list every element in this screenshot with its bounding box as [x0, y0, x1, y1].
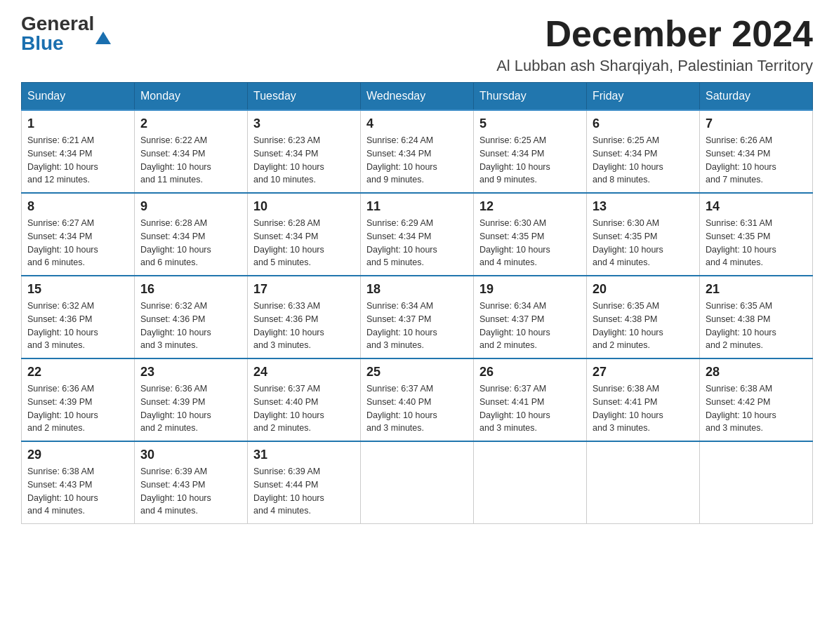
day-number: 18	[366, 282, 468, 297]
day-number: 19	[479, 282, 581, 297]
day-info: Sunrise: 6:31 AMSunset: 4:35 PMDaylight:…	[706, 217, 807, 269]
header-sunday: Sunday	[22, 83, 135, 111]
day-number: 2	[140, 116, 241, 131]
day-number: 16	[140, 282, 241, 297]
calendar-cell: 22Sunrise: 6:36 AMSunset: 4:39 PMDayligh…	[22, 358, 135, 441]
svg-marker-0	[95, 32, 111, 44]
day-info: Sunrise: 6:29 AMSunset: 4:34 PMDaylight:…	[366, 217, 468, 269]
calendar-cell: 4Sunrise: 6:24 AMSunset: 4:34 PMDaylight…	[361, 110, 474, 193]
calendar-cell: 30Sunrise: 6:39 AMSunset: 4:43 PMDayligh…	[135, 441, 248, 524]
day-info: Sunrise: 6:34 AMSunset: 4:37 PMDaylight:…	[366, 300, 468, 352]
calendar-cell: 7Sunrise: 6:26 AMSunset: 4:34 PMDaylight…	[700, 110, 813, 193]
day-info: Sunrise: 6:30 AMSunset: 4:35 PMDaylight:…	[479, 217, 581, 269]
calendar-cell: 14Sunrise: 6:31 AMSunset: 4:35 PMDayligh…	[700, 193, 813, 276]
day-info: Sunrise: 6:22 AMSunset: 4:34 PMDaylight:…	[140, 134, 241, 187]
logo-general-text: General	[21, 13, 94, 34]
day-number: 13	[593, 199, 694, 214]
month-title: December 2024	[496, 14, 813, 54]
day-number: 8	[27, 199, 128, 214]
calendar-cell: 24Sunrise: 6:37 AMSunset: 4:40 PMDayligh…	[248, 358, 361, 441]
day-info: Sunrise: 6:28 AMSunset: 4:34 PMDaylight:…	[140, 217, 241, 269]
day-number: 21	[706, 282, 807, 297]
day-info: Sunrise: 6:21 AMSunset: 4:34 PMDaylight:…	[27, 134, 128, 187]
day-number: 29	[27, 448, 128, 462]
day-number: 10	[253, 199, 355, 214]
calendar-cell: 29Sunrise: 6:38 AMSunset: 4:43 PMDayligh…	[22, 441, 135, 524]
header-friday: Friday	[587, 83, 700, 111]
calendar-table: SundayMondayTuesdayWednesdayThursdayFrid…	[21, 82, 813, 524]
day-number: 7	[706, 116, 807, 131]
day-number: 5	[479, 116, 581, 131]
day-info: Sunrise: 6:32 AMSunset: 4:36 PMDaylight:…	[140, 300, 241, 352]
calendar-cell: 25Sunrise: 6:37 AMSunset: 4:40 PMDayligh…	[361, 358, 474, 441]
day-number: 25	[366, 365, 468, 380]
day-number: 6	[593, 116, 694, 131]
day-number: 23	[140, 365, 241, 380]
header-monday: Monday	[135, 83, 248, 111]
day-number: 17	[253, 282, 355, 297]
calendar-week-row: 22Sunrise: 6:36 AMSunset: 4:39 PMDayligh…	[22, 358, 813, 441]
header-thursday: Thursday	[474, 83, 587, 111]
calendar-cell	[361, 441, 474, 524]
calendar-cell: 27Sunrise: 6:38 AMSunset: 4:41 PMDayligh…	[587, 358, 700, 441]
day-number: 31	[253, 448, 355, 462]
header-tuesday: Tuesday	[248, 83, 361, 111]
day-info: Sunrise: 6:38 AMSunset: 4:43 PMDaylight:…	[27, 465, 128, 518]
logo-triangle-icon	[95, 30, 111, 46]
calendar-cell: 6Sunrise: 6:25 AMSunset: 4:34 PMDaylight…	[587, 110, 700, 193]
day-info: Sunrise: 6:30 AMSunset: 4:35 PMDaylight:…	[593, 217, 694, 269]
day-info: Sunrise: 6:24 AMSunset: 4:34 PMDaylight:…	[366, 134, 468, 187]
day-info: Sunrise: 6:37 AMSunset: 4:41 PMDaylight:…	[479, 382, 581, 435]
day-number: 30	[140, 448, 241, 462]
calendar-cell	[587, 441, 700, 524]
day-info: Sunrise: 6:26 AMSunset: 4:34 PMDaylight:…	[706, 134, 807, 187]
calendar-week-row: 1Sunrise: 6:21 AMSunset: 4:34 PMDaylight…	[22, 110, 813, 193]
day-info: Sunrise: 6:23 AMSunset: 4:34 PMDaylight:…	[253, 134, 355, 187]
calendar-week-row: 8Sunrise: 6:27 AMSunset: 4:34 PMDaylight…	[22, 193, 813, 276]
calendar-cell: 13Sunrise: 6:30 AMSunset: 4:35 PMDayligh…	[587, 193, 700, 276]
calendar-cell: 16Sunrise: 6:32 AMSunset: 4:36 PMDayligh…	[135, 276, 248, 358]
calendar-cell: 20Sunrise: 6:35 AMSunset: 4:38 PMDayligh…	[587, 276, 700, 358]
day-number: 4	[366, 116, 468, 131]
calendar-cell: 11Sunrise: 6:29 AMSunset: 4:34 PMDayligh…	[361, 193, 474, 276]
calendar-cell: 23Sunrise: 6:36 AMSunset: 4:39 PMDayligh…	[135, 358, 248, 441]
calendar-cell: 1Sunrise: 6:21 AMSunset: 4:34 PMDaylight…	[22, 110, 135, 193]
day-number: 26	[479, 365, 581, 380]
calendar-cell: 2Sunrise: 6:22 AMSunset: 4:34 PMDaylight…	[135, 110, 248, 193]
day-number: 27	[593, 365, 694, 380]
calendar-cell: 17Sunrise: 6:33 AMSunset: 4:36 PMDayligh…	[248, 276, 361, 358]
day-number: 15	[27, 282, 128, 297]
calendar-cell: 28Sunrise: 6:38 AMSunset: 4:42 PMDayligh…	[700, 358, 813, 441]
location-title: Al Lubban ash Sharqiyah, Palestinian Ter…	[496, 57, 813, 75]
day-info: Sunrise: 6:36 AMSunset: 4:39 PMDaylight:…	[27, 382, 128, 435]
day-info: Sunrise: 6:25 AMSunset: 4:34 PMDaylight:…	[479, 134, 581, 187]
day-number: 12	[479, 199, 581, 214]
calendar-cell: 19Sunrise: 6:34 AMSunset: 4:37 PMDayligh…	[474, 276, 587, 358]
day-info: Sunrise: 6:32 AMSunset: 4:36 PMDaylight:…	[27, 300, 128, 352]
day-info: Sunrise: 6:33 AMSunset: 4:36 PMDaylight:…	[253, 300, 355, 352]
day-number: 20	[593, 282, 694, 297]
day-number: 1	[27, 116, 128, 131]
day-info: Sunrise: 6:39 AMSunset: 4:43 PMDaylight:…	[140, 465, 241, 518]
day-number: 11	[366, 199, 468, 214]
day-number: 24	[253, 365, 355, 380]
calendar-cell: 21Sunrise: 6:35 AMSunset: 4:38 PMDayligh…	[700, 276, 813, 358]
day-number: 9	[140, 199, 241, 214]
title-area: December 2024 Al Lubban ash Sharqiyah, P…	[496, 14, 813, 75]
calendar-cell	[700, 441, 813, 524]
day-info: Sunrise: 6:35 AMSunset: 4:38 PMDaylight:…	[706, 300, 807, 352]
day-info: Sunrise: 6:27 AMSunset: 4:34 PMDaylight:…	[27, 217, 128, 269]
day-info: Sunrise: 6:34 AMSunset: 4:37 PMDaylight:…	[479, 300, 581, 352]
day-number: 28	[706, 365, 807, 380]
day-number: 14	[706, 199, 807, 214]
header-wednesday: Wednesday	[361, 83, 474, 111]
day-info: Sunrise: 6:37 AMSunset: 4:40 PMDaylight:…	[253, 382, 355, 435]
calendar-cell	[474, 441, 587, 524]
calendar-cell: 8Sunrise: 6:27 AMSunset: 4:34 PMDaylight…	[22, 193, 135, 276]
day-info: Sunrise: 6:25 AMSunset: 4:34 PMDaylight:…	[593, 134, 694, 187]
calendar-cell: 15Sunrise: 6:32 AMSunset: 4:36 PMDayligh…	[22, 276, 135, 358]
calendar-cell: 9Sunrise: 6:28 AMSunset: 4:34 PMDaylight…	[135, 193, 248, 276]
logo: General Blue	[21, 14, 111, 53]
day-info: Sunrise: 6:38 AMSunset: 4:42 PMDaylight:…	[706, 382, 807, 435]
calendar-cell: 12Sunrise: 6:30 AMSunset: 4:35 PMDayligh…	[474, 193, 587, 276]
